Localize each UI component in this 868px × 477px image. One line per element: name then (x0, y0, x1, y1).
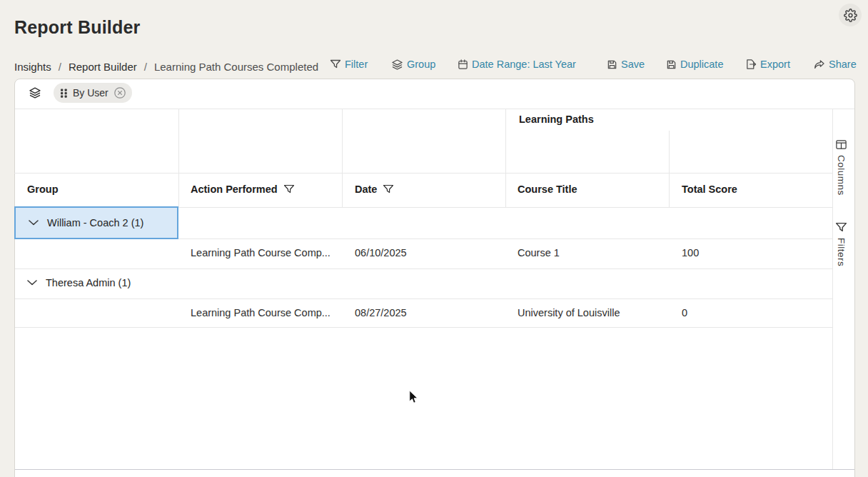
cell-total-score: 100 (682, 247, 699, 258)
columns-panel-tab[interactable]: Columns (835, 139, 847, 196)
group-button-label: Group (407, 59, 435, 70)
settings-button[interactable] (839, 4, 862, 26)
filters-tab-label: Filters (836, 238, 847, 266)
date-filter-icon[interactable] (383, 184, 394, 195)
duplicate-button-label: Duplicate (680, 59, 723, 70)
filter-button-label: Filter (345, 59, 368, 70)
duplicate-icon (666, 59, 677, 70)
save-button-label: Save (621, 59, 645, 70)
column-divider (505, 109, 506, 207)
column-header-label: Course Title (518, 184, 577, 195)
filter-button[interactable]: Filter (330, 57, 368, 71)
group-row-label-text: Theresa Admin (1) (46, 277, 131, 288)
row-divider (15, 298, 832, 299)
save-button[interactable]: Save (607, 57, 645, 71)
cell-total-score: 0 (682, 307, 687, 318)
chevron-down-icon (29, 220, 39, 226)
duplicate-button[interactable]: Duplicate (666, 57, 723, 71)
column-header-label: Date (355, 184, 377, 195)
column-header-label: Group (27, 184, 59, 195)
gear-icon (844, 9, 857, 22)
chip-label: By User (73, 87, 108, 99)
drag-grid-icon (60, 88, 68, 99)
grouping-bar-divider (15, 109, 854, 109)
share-icon (814, 59, 825, 70)
breadcrumb-report-builder[interactable]: Report Builder (69, 61, 137, 73)
columns-tab-label: Columns (836, 155, 847, 196)
export-button[interactable]: Export (745, 57, 790, 71)
report-builder-screen: Report Builder Insights / Report Builder… (0, 0, 868, 477)
group-button[interactable]: Group (391, 57, 435, 71)
export-icon (745, 59, 757, 70)
header-row-divider (14, 173, 832, 174)
grouping-layers-icon (29, 86, 41, 102)
span-header-learning-paths: Learning Paths (519, 114, 594, 125)
layers-icon (391, 59, 403, 71)
column-divider (342, 109, 343, 207)
column-divider (178, 109, 179, 207)
column-header-course-title: Course Title (518, 184, 577, 195)
date-range-button[interactable]: Date Range: Last Year (458, 57, 576, 71)
save-icon (607, 59, 617, 70)
share-button[interactable]: Share (814, 57, 857, 71)
chevron-down-icon (27, 280, 37, 286)
filters-panel-tab[interactable]: Filters (835, 221, 847, 266)
breadcrumb-current-report: Learning Path Courses Completed (154, 61, 318, 73)
column-divider (669, 131, 670, 207)
row-divider (15, 268, 832, 269)
columns-icon (835, 139, 847, 151)
share-button-label: Share (829, 59, 857, 70)
group-by-user-chip[interactable]: By User (54, 83, 132, 103)
funnel-icon (330, 59, 341, 70)
report-card (14, 79, 855, 477)
breadcrumb: Insights / Report Builder / Learning Pat… (14, 61, 318, 73)
action-performed-filter-icon[interactable] (283, 184, 295, 195)
row-divider (15, 327, 832, 328)
calendar-icon (458, 59, 468, 70)
cell-date: 06/10/2025 (355, 247, 407, 258)
export-button-label: Export (760, 59, 790, 70)
cell-action: Learning Path Course Comp... (191, 307, 330, 318)
group-row-william[interactable]: William - Coach 2 (1) (14, 206, 178, 239)
cell-date: 08/27/2025 (355, 307, 407, 318)
column-header-date: Date (355, 184, 394, 195)
column-header-label: Action Performed (191, 184, 278, 195)
cell-course-title: Course 1 (518, 247, 560, 258)
column-header-total-score: Total Score (682, 184, 737, 195)
column-header-label: Total Score (682, 184, 737, 195)
table-right-border (832, 109, 833, 469)
column-header-group: Group (27, 184, 59, 195)
date-range-label: Date Range: Last Year (472, 59, 576, 70)
cell-course-title: University of Louisville (518, 307, 620, 318)
funnel-icon (835, 221, 847, 234)
cell-action: Learning Path Course Comp... (191, 247, 330, 258)
table-bottom-border (15, 469, 854, 470)
remove-chip-icon[interactable] (113, 86, 126, 99)
column-header-action-performed: Action Performed (191, 184, 295, 195)
page-title: Report Builder (14, 17, 140, 38)
group-row-theresa[interactable]: Theresa Admin (1) (27, 277, 131, 288)
group-row-label: William - Coach 2 (1) (47, 217, 143, 229)
breadcrumb-insights[interactable]: Insights (14, 61, 51, 73)
breadcrumb-separator: / (59, 61, 61, 73)
breadcrumb-separator: / (144, 61, 147, 73)
